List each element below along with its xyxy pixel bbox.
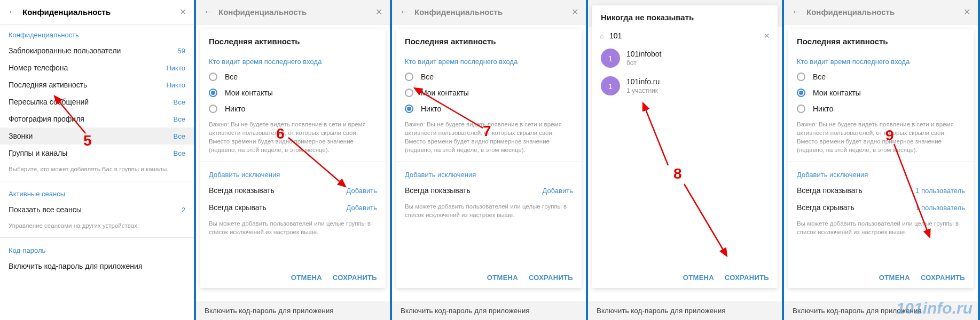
under-passcode[interactable]: Включить код-пароль для приложения: [392, 301, 586, 320]
panel-never-show: Включить код-пароль для приложения Никог…: [588, 0, 784, 320]
back-icon[interactable]: ←: [203, 6, 213, 18]
search-result[interactable]: 1 101info.ru1 участник: [592, 72, 778, 100]
header: ← Конфиденциальность ✕: [0, 0, 194, 25]
divider: [0, 237, 194, 238]
always-hide[interactable]: Всегда скрыватьДобавить: [200, 199, 386, 216]
back-icon[interactable]: ←: [399, 6, 409, 18]
row-photo[interactable]: Фотография профиляВсе: [0, 110, 194, 127]
exc-hint: Вы можете добавить пользователей или цел…: [396, 199, 582, 225]
header: ← Конфиденциальность ✕: [392, 0, 586, 25]
row-lastseen[interactable]: Последняя активностьНикто: [0, 76, 194, 93]
cancel-button[interactable]: ОТМЕНА: [879, 274, 910, 282]
back-icon[interactable]: ←: [791, 6, 801, 18]
close-icon[interactable]: ✕: [571, 7, 578, 17]
panel-lastseen-7: ← Конфиденциальность ✕ Включить код-паро…: [392, 0, 588, 320]
row-sessions[interactable]: Показать все сеансы2: [0, 201, 194, 218]
cancel-button[interactable]: ОТМЕНА: [487, 274, 518, 282]
back-icon[interactable]: ←: [7, 6, 17, 18]
always-show[interactable]: Всегда показыватьДобавить: [200, 182, 386, 199]
opt-all[interactable]: Все: [200, 69, 386, 85]
exc-hint: Вы можете добавить пользователей или цел…: [200, 216, 386, 242]
save-button[interactable]: СОХРАНИТЬ: [529, 274, 573, 282]
cancel-button[interactable]: ОТМЕНА: [291, 274, 322, 282]
lastseen-dialog: Последняя активность Кто видит время пос…: [788, 29, 974, 288]
opt-all[interactable]: Все: [788, 69, 974, 85]
row-phone[interactable]: Номер телефонаНикто: [0, 59, 194, 76]
who-sees: Кто видит время последнего входа: [396, 51, 582, 69]
header: ← Конфиденциальность ✕: [784, 0, 978, 25]
note: Важно: Вы не будете видеть появление в с…: [396, 117, 582, 159]
page-title: Конфиденциальность: [22, 7, 179, 17]
exceptions-title: Добавить исключения: [200, 164, 386, 182]
under-passcode[interactable]: Включить код-пароль для приложения: [196, 301, 390, 320]
always-show[interactable]: Всегда показывать1 пользователь: [788, 182, 974, 199]
opt-contacts[interactable]: Мои контакты: [396, 85, 582, 101]
opt-all[interactable]: Все: [396, 69, 582, 85]
sessions-title: Активные сеансы: [0, 183, 194, 201]
who-sees: Кто видит время последнего входа: [788, 51, 974, 69]
always-show[interactable]: Всегда показыватьДобавить: [396, 182, 582, 199]
opt-nobody[interactable]: Никто: [200, 101, 386, 117]
cancel-button[interactable]: ОТМЕНА: [683, 274, 714, 282]
avatar: 1: [601, 76, 620, 95]
save-button[interactable]: СОХРАНИТЬ: [725, 274, 769, 282]
opt-contacts[interactable]: Мои контакты: [200, 85, 386, 101]
page-title: Конфиденциальность: [218, 7, 375, 17]
exceptions-title: Добавить исключения: [396, 164, 582, 182]
under-passcode[interactable]: Включить код-пароль для приложения: [588, 301, 782, 320]
note: Важно: Вы не будете видеть появление в с…: [200, 117, 386, 159]
search-result[interactable]: 1 101infobotбот: [592, 44, 778, 72]
dialog-title: Никогда не показывать: [592, 5, 778, 27]
always-hide[interactable]: Всегда скрывать1 пользователь: [788, 199, 974, 216]
panel-lastseen-6: ← Конфиденциальность ✕ Включить код-паро…: [196, 0, 392, 320]
watermark: 101info.ru: [896, 299, 973, 317]
row-blocked[interactable]: Заблокированные пользователи59: [0, 42, 194, 59]
row-groups[interactable]: Группы и каналыВсе: [0, 145, 194, 162]
panel-privacy-main: ← Конфиденциальность ✕ Конфиденциальност…: [0, 0, 196, 320]
exceptions-title: Добавить исключения: [788, 164, 974, 182]
save-button[interactable]: СОХРАНИТЬ: [921, 274, 965, 282]
dialog-title: Последняя активность: [396, 29, 582, 51]
row-passcode[interactable]: Включить код-пароль для приложения: [0, 258, 194, 275]
clear-icon[interactable]: ✕: [764, 31, 770, 40]
rows-hint: Выберите, кто может добавлять Вас в груп…: [0, 162, 194, 179]
divider: [0, 181, 194, 181]
search-input[interactable]: [609, 31, 764, 40]
lastseen-dialog: Последняя активность Кто видит время пос…: [396, 29, 582, 288]
search-row: ⌕ ✕: [592, 27, 778, 44]
header: ← Конфиденциальность ✕: [196, 0, 390, 25]
close-icon[interactable]: ✕: [963, 7, 970, 17]
close-icon[interactable]: ✕: [179, 7, 186, 17]
opt-nobody[interactable]: Никто: [788, 101, 974, 117]
sessions-hint: Управление сеансами на других устройства…: [0, 218, 194, 235]
section-title: Конфиденциальность: [0, 25, 194, 42]
opt-contacts[interactable]: Мои контакты: [788, 85, 974, 101]
avatar: 1: [601, 49, 620, 68]
row-forward[interactable]: Пересылка сообщенийВсе: [0, 93, 194, 110]
row-calls[interactable]: ЗвонкиВсе: [0, 127, 194, 145]
page-title: Конфиденциальность: [806, 7, 963, 17]
exc-hint: Вы можете добавить пользователей или цел…: [788, 216, 974, 242]
passcode-title: Код-пароль: [0, 240, 194, 258]
dialog-title: Последняя активность: [788, 29, 974, 51]
save-button[interactable]: СОХРАНИТЬ: [333, 274, 377, 282]
never-show-dialog: Никогда не показывать ⌕ ✕ 1 101infobotбо…: [592, 5, 778, 288]
lastseen-dialog: Последняя активность Кто видит время пос…: [200, 29, 386, 288]
who-sees: Кто видит время последнего входа: [200, 51, 386, 69]
search-icon: ⌕: [600, 31, 604, 40]
note: Важно: Вы не будете видеть появление в с…: [788, 117, 974, 159]
close-icon[interactable]: ✕: [375, 7, 382, 17]
dialog-title: Последняя активность: [200, 29, 386, 51]
panel-lastseen-9: ← Конфиденциальность ✕ Включить код-паро…: [784, 0, 980, 320]
page-title: Конфиденциальность: [414, 7, 571, 17]
opt-nobody[interactable]: Никто: [396, 101, 582, 117]
